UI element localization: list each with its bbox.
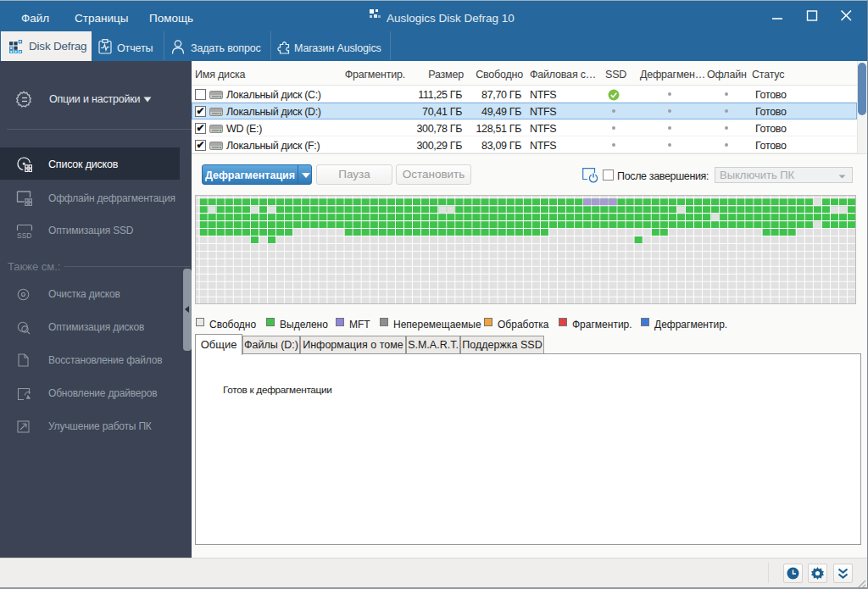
svg-text:SSD: SSD xyxy=(17,231,31,240)
